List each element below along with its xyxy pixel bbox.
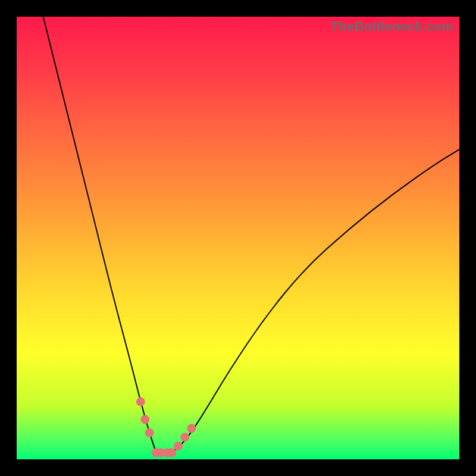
data-marker — [140, 415, 149, 424]
chart-svg — [17, 17, 459, 459]
data-marker — [136, 397, 145, 406]
data-marker — [187, 424, 196, 433]
left-branch-curve — [43, 17, 156, 453]
chart-frame: TheBottleneck.com — [0, 0, 476, 476]
data-marker — [180, 433, 189, 441]
data-marker — [167, 448, 176, 457]
data-marker — [174, 441, 183, 450]
right-branch-curve — [171, 149, 459, 453]
plot-area: TheBottleneck.com — [17, 17, 459, 459]
markers-group — [136, 397, 196, 458]
data-marker — [145, 428, 154, 437]
